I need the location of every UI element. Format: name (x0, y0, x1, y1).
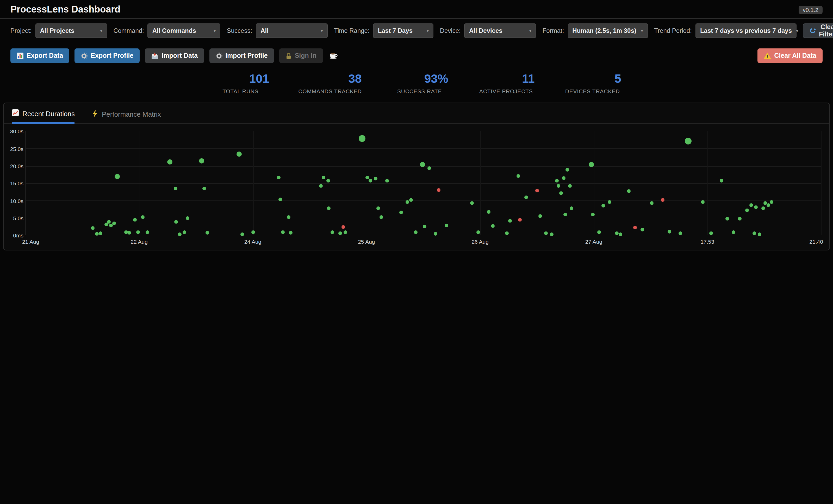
success-run-dot[interactable] (368, 179, 372, 182)
success-run-dot[interactable] (423, 225, 426, 229)
success-run-dot[interactable] (136, 230, 140, 234)
success-run-dot[interactable] (701, 200, 704, 204)
tab-performance-matrix[interactable]: Performance Matrix (93, 109, 161, 124)
success-run-dot[interactable] (326, 179, 330, 182)
success-run-dot[interactable] (725, 217, 729, 221)
success-run-dot[interactable] (640, 228, 644, 231)
success-run-dot[interactable] (177, 232, 181, 236)
success-run-dot[interactable] (487, 210, 491, 214)
success-run-dot[interactable] (319, 184, 323, 188)
success-run-dot[interactable] (330, 230, 334, 234)
failed-run-dot[interactable] (341, 225, 345, 229)
success-run-dot[interactable] (199, 158, 204, 164)
success-run-dot[interactable] (754, 205, 758, 209)
success-run-dot[interactable] (563, 212, 567, 216)
success-run-dot[interactable] (516, 174, 520, 178)
success-run-dot[interactable] (589, 162, 594, 167)
success-run-dot[interactable] (619, 232, 622, 236)
success-run-dot[interactable] (182, 230, 186, 234)
success-run-dot[interactable] (277, 176, 281, 179)
success-run-dot[interactable] (470, 201, 474, 205)
success-run-dot[interactable] (344, 230, 348, 234)
success-run-dot[interactable] (107, 220, 111, 224)
success-run-dot[interactable] (281, 230, 285, 234)
success-run-dot[interactable] (146, 230, 149, 234)
filter-success-select[interactable]: All▾ (256, 23, 328, 38)
success-run-dot[interactable] (601, 204, 605, 207)
success-run-dot[interactable] (414, 230, 417, 234)
success-run-dot[interactable] (745, 208, 749, 212)
success-run-dot[interactable] (279, 198, 282, 201)
success-run-dot[interactable] (763, 201, 767, 205)
success-run-dot[interactable] (749, 204, 753, 207)
success-run-dot[interactable] (559, 191, 563, 195)
success-run-dot[interactable] (115, 174, 120, 179)
clear-filters-button[interactable]: Clear Filters (803, 23, 833, 38)
success-run-dot[interactable] (738, 217, 742, 221)
export-profile-button[interactable]: Export Profile (74, 48, 140, 63)
success-run-dot[interactable] (544, 231, 548, 235)
success-run-dot[interactable] (237, 152, 242, 157)
success-run-dot[interactable] (568, 184, 572, 188)
export-data-button[interactable]: Export Data (10, 48, 69, 63)
success-run-dot[interactable] (174, 220, 178, 224)
success-run-dot[interactable] (374, 177, 378, 180)
success-run-dot[interactable] (767, 204, 770, 207)
success-run-dot[interactable] (555, 179, 559, 182)
success-run-dot[interactable] (720, 179, 723, 182)
success-run-dot[interactable] (608, 200, 611, 204)
success-run-dot[interactable] (679, 231, 682, 235)
success-run-dot[interactable] (505, 231, 509, 235)
failed-run-dot[interactable] (535, 188, 539, 192)
success-run-dot[interactable] (710, 231, 713, 235)
success-run-dot[interactable] (203, 187, 206, 191)
clear-all-data-button[interactable]: Clear All Data (758, 48, 823, 63)
filter-format-select[interactable]: Human (2.5s, 1m 30s)▾ (568, 23, 648, 38)
success-run-dot[interactable] (186, 216, 189, 220)
success-run-dot[interactable] (591, 212, 595, 216)
filter-device-select[interactable]: All Devices▾ (465, 23, 536, 38)
success-run-dot[interactable] (380, 215, 383, 219)
success-run-dot[interactable] (95, 232, 99, 236)
success-run-dot[interactable] (99, 231, 103, 235)
success-run-dot[interactable] (322, 176, 325, 179)
success-run-dot[interactable] (539, 214, 542, 218)
success-run-dot[interactable] (758, 232, 762, 236)
success-run-dot[interactable] (174, 187, 177, 191)
success-run-dot[interactable] (420, 162, 425, 167)
success-run-dot[interactable] (376, 206, 380, 210)
success-run-dot[interactable] (327, 206, 331, 210)
success-run-dot[interactable] (508, 219, 512, 223)
success-run-dot[interactable] (753, 231, 756, 235)
success-run-dot[interactable] (113, 222, 116, 225)
success-run-dot[interactable] (365, 176, 369, 179)
success-run-dot[interactable] (562, 176, 565, 180)
success-run-dot[interactable] (597, 230, 601, 234)
success-run-dot[interactable] (406, 200, 409, 204)
import-data-button[interactable]: Import Data (145, 48, 204, 63)
success-run-dot[interactable] (252, 230, 255, 234)
success-run-dot[interactable] (627, 189, 630, 193)
failed-run-dot[interactable] (518, 218, 522, 222)
filter-trendperiod-select[interactable]: Last 7 days vs previous 7 days▾ (695, 23, 796, 38)
scatter-plot-area[interactable] (26, 131, 821, 235)
success-run-dot[interactable] (570, 206, 573, 210)
success-run-dot[interactable] (770, 200, 774, 204)
success-run-dot[interactable] (206, 231, 209, 234)
filter-command-select[interactable]: All Commands▾ (148, 23, 221, 38)
success-run-dot[interactable] (427, 166, 431, 170)
success-run-dot[interactable] (550, 232, 553, 236)
import-profile-button[interactable]: Import Profile (209, 48, 274, 63)
success-run-dot[interactable] (240, 232, 244, 236)
success-run-dot[interactable] (477, 230, 480, 234)
success-run-dot[interactable] (141, 216, 145, 219)
success-run-dot[interactable] (685, 138, 692, 145)
success-run-dot[interactable] (385, 179, 389, 182)
success-run-dot[interactable] (761, 206, 765, 210)
success-run-dot[interactable] (615, 231, 619, 235)
success-run-dot[interactable] (524, 196, 528, 199)
success-run-dot[interactable] (359, 135, 366, 142)
success-run-dot[interactable] (557, 184, 561, 188)
tab-recent-durations[interactable]: Recent Durations (12, 109, 75, 124)
success-run-dot[interactable] (732, 230, 735, 234)
